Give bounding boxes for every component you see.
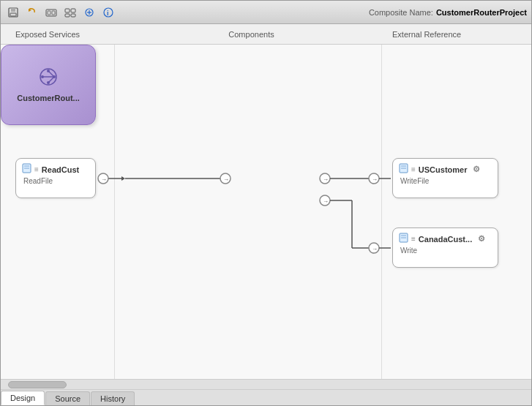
svg-text:→: →: [223, 176, 229, 183]
svg-rect-9: [65, 14, 70, 17]
node-uscustomer[interactable]: ≡ USCustomer ⚙ WriteFile: [392, 158, 498, 198]
save-icon[interactable]: [5, 4, 21, 20]
expand-icon[interactable]: [81, 4, 97, 20]
help-icon[interactable]: i: [100, 4, 116, 20]
group-icon[interactable]: [62, 4, 78, 20]
uscustomer-equals: ≡: [411, 165, 416, 173]
router-label: CustomerRout...: [17, 94, 80, 102]
divider-left: [114, 45, 115, 379]
canadacust-sublabel: Write: [399, 247, 417, 255]
svg-point-21: [220, 173, 231, 184]
svg-point-47: [53, 75, 56, 78]
svg-point-46: [47, 81, 50, 84]
svg-rect-5: [48, 11, 50, 15]
svg-point-45: [47, 69, 50, 72]
tab-source[interactable]: Source: [45, 391, 90, 405]
diagram-canvas[interactable]: → → → → →: [1, 45, 531, 379]
svg-rect-2: [10, 13, 16, 16]
svg-text:→: →: [323, 198, 329, 205]
router-route-icon: [40, 68, 57, 89]
column-headers: Exposed Services Components External Ref…: [1, 24, 531, 45]
svg-point-26: [369, 173, 379, 184]
svg-point-34: [369, 243, 379, 253]
readcust-label: ReadCust: [42, 165, 79, 174]
canvas-area: Exposed Services Components External Ref…: [1, 24, 531, 379]
horizontal-scrollbar[interactable]: [1, 379, 531, 389]
svg-point-18: [98, 173, 108, 184]
composite-label: Composite Name:: [369, 8, 433, 17]
col-components-header: Components: [118, 30, 385, 39]
readcust-header: ≡ ReadCust: [22, 163, 79, 176]
canadacust-gear-icon[interactable]: ⚙: [478, 234, 485, 244]
svg-text:→: →: [372, 246, 378, 252]
uscustomer-sublabel: WriteFile: [399, 177, 429, 185]
toolbar: i Composite Name: CustomerRouterProject: [1, 1, 531, 24]
col-exposed-header: Exposed Services: [1, 30, 118, 39]
canadacust-equals: ≡: [411, 235, 416, 243]
scrollbar-thumb[interactable]: [8, 381, 67, 388]
svg-text:i: i: [107, 10, 109, 17]
readcust-sublabel: ReadFile: [22, 177, 53, 185]
svg-point-29: [320, 195, 330, 206]
node-router[interactable]: CustomerRout...: [1, 45, 96, 125]
bottom-tabs: Design Source History: [1, 389, 531, 405]
main-window: i Composite Name: CustomerRouterProject …: [0, 0, 532, 406]
svg-text:→: →: [372, 176, 378, 183]
svg-rect-6: [52, 11, 55, 15]
canadacust-header: ≡ CanadaCust... ⚙: [399, 233, 485, 245]
tab-design[interactable]: Design: [1, 391, 45, 405]
uscustomer-label: USCustomer: [419, 165, 468, 174]
uscustomer-header: ≡ USCustomer ⚙: [399, 163, 480, 176]
composite-name-value: CustomerRouterProject: [436, 8, 527, 17]
uscustomer-file-icon: [399, 163, 408, 176]
component-icon[interactable]: [43, 4, 59, 20]
divider-right: [381, 45, 382, 379]
svg-point-23: [320, 173, 330, 184]
undo-icon[interactable]: [24, 4, 40, 20]
node-canadacust[interactable]: ≡ CanadaCust... ⚙ Write: [392, 228, 498, 268]
svg-rect-10: [71, 14, 75, 17]
svg-text:→: →: [323, 176, 329, 183]
canadacust-label: CanadaCust...: [419, 235, 472, 244]
svg-rect-1: [11, 8, 15, 12]
svg-rect-8: [71, 9, 75, 12]
svg-marker-17: [121, 176, 125, 181]
col-external-header: External Reference: [385, 30, 531, 39]
readcust-equals: ≡: [34, 165, 39, 173]
node-readcust[interactable]: ≡ ReadCust ReadFile: [15, 158, 96, 198]
svg-point-44: [41, 75, 44, 78]
svg-rect-7: [65, 9, 70, 12]
composite-name-area: Composite Name: CustomerRouterProject: [369, 8, 527, 17]
readcust-file-icon: [22, 163, 31, 176]
canadacust-file-icon: [399, 233, 408, 245]
uscustomer-gear-icon[interactable]: ⚙: [473, 165, 480, 174]
tab-history[interactable]: History: [91, 391, 135, 405]
svg-text:→: →: [101, 176, 107, 183]
